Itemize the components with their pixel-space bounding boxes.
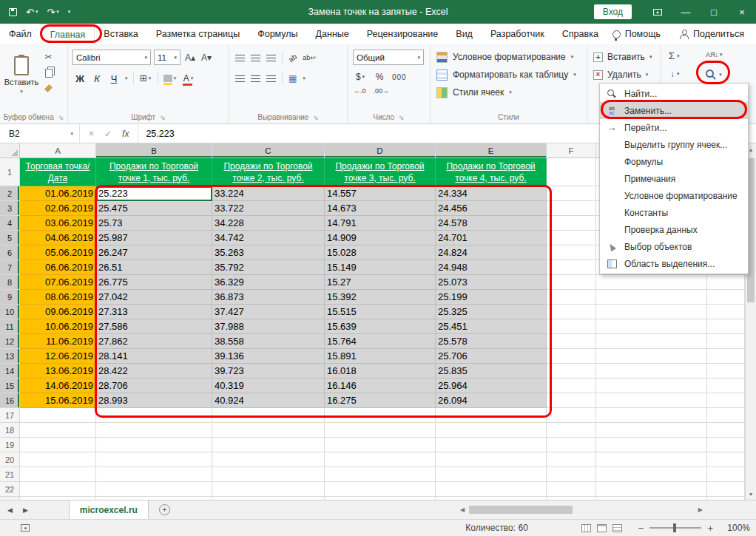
cell-E14[interactable]: 25.835 xyxy=(436,364,547,379)
dialog-launcher-icon[interactable]: ⇘ xyxy=(399,114,405,121)
cell-empty[interactable] xyxy=(547,364,596,379)
menu-item-0[interactable]: Найти... xyxy=(600,85,748,102)
row-header-13[interactable]: 13 xyxy=(0,349,20,364)
cell-D11[interactable]: 15.639 xyxy=(325,319,436,334)
insert-cells-button[interactable]: + Вставить ▾ xyxy=(593,49,652,65)
menu-item-2[interactable]: Перейти... xyxy=(600,119,748,136)
cell-empty[interactable] xyxy=(20,408,96,423)
cell-empty[interactable] xyxy=(547,201,596,216)
cell-empty[interactable] xyxy=(707,467,745,482)
cell-D2[interactable]: 14.557 xyxy=(325,186,436,201)
add-sheet-button[interactable]: + xyxy=(159,504,170,515)
cell-E3[interactable]: 24.456 xyxy=(436,201,547,216)
cell-C12[interactable]: 38.558 xyxy=(212,334,325,349)
grow-font-button[interactable]: А▴ xyxy=(183,50,197,65)
cell-empty[interactable] xyxy=(212,438,325,452)
cell-empty[interactable] xyxy=(547,482,596,497)
font-size-select[interactable]: 11▾ xyxy=(154,50,180,65)
cell-D1[interactable]: Продажи по Торговой точке 3, тыс. руб. xyxy=(325,158,436,186)
name-box[interactable]: B2 ▾ xyxy=(0,124,80,143)
row-header-19[interactable]: 19 xyxy=(0,438,20,452)
scroll-right-icon[interactable]: ▶ xyxy=(695,506,706,513)
cell-empty[interactable] xyxy=(20,452,96,467)
column-header-F[interactable]: F xyxy=(547,143,596,158)
cell-empty[interactable] xyxy=(596,408,707,423)
cell-E10[interactable]: 25.325 xyxy=(436,305,547,319)
cell-E12[interactable]: 25.578 xyxy=(436,334,547,349)
row-header-14[interactable]: 14 xyxy=(0,364,20,379)
cell-C15[interactable]: 40.319 xyxy=(212,379,325,393)
row-header-7[interactable]: 7 xyxy=(0,260,20,275)
ribbon-tab-6[interactable]: Рецензирование xyxy=(358,24,448,44)
cell-empty[interactable] xyxy=(212,423,325,438)
cell-E5[interactable]: 24.701 xyxy=(436,231,547,245)
format-painter-button[interactable] xyxy=(44,84,53,92)
cell-empty[interactable] xyxy=(325,438,436,452)
cell-empty[interactable] xyxy=(325,423,436,438)
merge-cells-icon[interactable]: ▦ xyxy=(288,73,297,84)
menu-item-6[interactable]: Условное форматирование xyxy=(600,187,748,204)
cell-styles-button[interactable]: Стили ячеек ▾ xyxy=(436,84,512,101)
cell-E8[interactable]: 25.073 xyxy=(436,275,547,290)
cell-empty[interactable] xyxy=(436,452,547,467)
cell-E7[interactable]: 24.948 xyxy=(436,260,547,275)
font-color-button[interactable]: А▾ xyxy=(182,71,195,86)
enter-button[interactable]: ✓ xyxy=(104,129,112,139)
cell-empty[interactable] xyxy=(596,305,707,319)
cell-empty[interactable] xyxy=(436,423,547,438)
insert-function-button[interactable]: fx xyxy=(122,129,129,139)
cell-empty[interactable] xyxy=(707,319,745,334)
cell-empty[interactable] xyxy=(596,379,707,393)
cell-E16[interactable]: 26.094 xyxy=(436,393,547,408)
ribbon-display-options-button[interactable] xyxy=(644,0,672,24)
cell-empty[interactable] xyxy=(547,379,596,393)
cell-B10[interactable]: 27.313 xyxy=(96,305,212,319)
cell-B14[interactable]: 28.422 xyxy=(96,364,212,379)
cell-empty[interactable] xyxy=(20,467,96,482)
cell-empty[interactable] xyxy=(596,423,707,438)
cell-empty[interactable] xyxy=(20,438,96,452)
dialog-launcher-icon[interactable]: ⇘ xyxy=(160,114,166,121)
conditional-formatting-button[interactable]: Условное форматирование ▾ xyxy=(436,49,573,65)
customize-qat-button[interactable]: ▾ xyxy=(68,9,71,15)
horizontal-scroll-thumb[interactable] xyxy=(469,506,573,514)
minimize-button[interactable]: — xyxy=(672,0,700,24)
cell-D14[interactable]: 16.018 xyxy=(325,364,436,379)
increase-decimal-button[interactable]: ←.0 xyxy=(354,87,366,95)
row-header-21[interactable]: 21 xyxy=(0,467,20,482)
row-header-17[interactable]: 17 xyxy=(0,408,20,423)
cell-empty[interactable] xyxy=(325,467,436,482)
cell-empty[interactable] xyxy=(596,482,707,497)
cell-C10[interactable]: 37.427 xyxy=(212,305,325,319)
number-format-select[interactable]: Общий▾ xyxy=(353,50,424,65)
cell-B7[interactable]: 26.51 xyxy=(96,260,212,275)
cell-C7[interactable]: 35.792 xyxy=(212,260,325,275)
cell-empty[interactable] xyxy=(596,452,707,467)
ribbon-tab-0[interactable]: Файл xyxy=(0,24,41,44)
cancel-button[interactable]: × xyxy=(89,129,94,139)
sign-in-button[interactable]: Вход xyxy=(594,4,632,19)
cell-A2[interactable]: 01.06.2019 xyxy=(20,186,96,201)
find-select-button[interactable]: ▾ xyxy=(700,66,728,83)
cell-A10[interactable]: 09.06.2019 xyxy=(20,305,96,319)
cell-B11[interactable]: 27.586 xyxy=(96,319,212,334)
cell-empty[interactable] xyxy=(547,438,596,452)
cell-E15[interactable]: 25.964 xyxy=(436,379,547,393)
sort-filter-button[interactable]: АЯ↓ ▾ xyxy=(706,51,723,58)
cell-C3[interactable]: 33.722 xyxy=(212,201,325,216)
row-header-15[interactable]: 15 xyxy=(0,379,20,393)
cell-E6[interactable]: 24.824 xyxy=(436,245,547,260)
menu-item-4[interactable]: Формулы xyxy=(600,153,748,170)
cell-empty[interactable] xyxy=(707,379,745,393)
cell-empty[interactable] xyxy=(596,467,707,482)
cell-A12[interactable]: 11.06.2019 xyxy=(20,334,96,349)
macro-record-icon[interactable] xyxy=(21,524,30,532)
cell-empty[interactable] xyxy=(436,482,547,497)
row-header-8[interactable]: 8 xyxy=(0,275,20,290)
cell-D3[interactable]: 14.673 xyxy=(325,201,436,216)
align-bottom-icon[interactable] xyxy=(266,55,276,61)
column-header-E[interactable]: E xyxy=(436,143,547,158)
cell-empty[interactable] xyxy=(596,349,707,364)
row-header-16[interactable]: 16 xyxy=(0,393,20,408)
share-button[interactable]: Поделиться xyxy=(680,29,744,39)
